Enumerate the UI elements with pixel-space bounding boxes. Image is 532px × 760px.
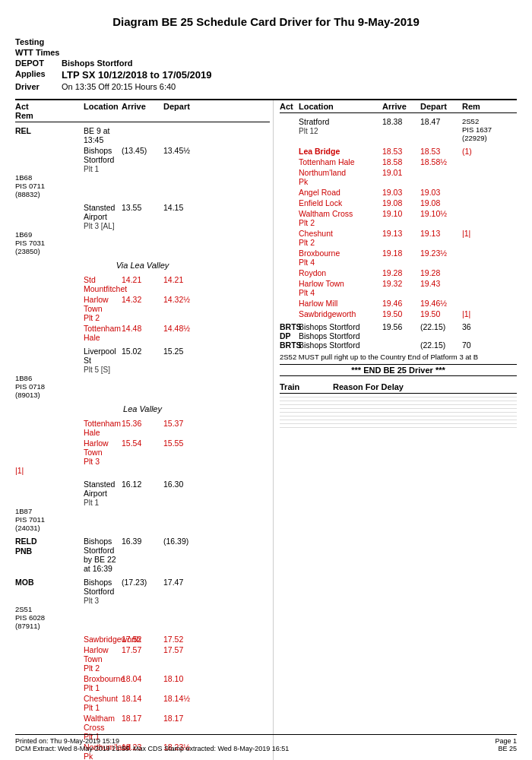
lea-valley-2-stops: Tottenham Hale 15.36 15.37 Harlow TownPl…: [15, 418, 270, 476]
footer-page: Page 1: [495, 737, 517, 745]
end-note: *** END BE 25 Driver ***: [280, 364, 517, 376]
left-header-rem: Rem: [15, 111, 84, 120]
location-cell: Enfield Lock: [299, 198, 382, 207]
arrive-cell: 18.14: [122, 694, 163, 703]
arrive-cell: 19.28: [382, 268, 420, 277]
table-row: Tottenham Hale 18.58 18.58½: [280, 157, 517, 167]
arrive-cell: 19.50: [382, 309, 420, 318]
table-row: Bishops StortfordPlt 1 (13.45) 13.45½ 1B…: [15, 145, 270, 199]
depart-cell: 18.17: [163, 714, 217, 723]
table-row: Harlow TownPlt 3 15.54 15.55 |1|: [15, 438, 270, 476]
location-cell: BroxbournePlt 4: [299, 249, 382, 267]
rem-cell: 2S52PIS 1637(22929): [462, 117, 500, 142]
mob-section: MOB Bishops StortfordPlt 3 (17.23) 17.47…: [15, 577, 270, 631]
arrive-cell: 18.38: [382, 117, 420, 126]
via-lea-valley: Via Lea Valley: [15, 259, 270, 271]
location-cell: Sawbridgeworth: [84, 635, 122, 644]
arrive-cell: 14.32: [122, 295, 163, 304]
arrive-cell: 19.13: [382, 229, 420, 238]
depart-cell: 19.28: [420, 268, 462, 277]
table-row: Tottenham Hale 15.36 15.37: [15, 418, 270, 438]
act-mob: MOB: [15, 578, 84, 587]
arrive-cell: 15.54: [122, 439, 163, 448]
depart-cell: 16.30: [163, 480, 217, 489]
depart-cell: 19.23½: [420, 249, 462, 258]
depart-cell: 19.08: [420, 198, 462, 207]
table-row: RELD PNB Bishops Stortford by BE 22 at 1…: [15, 536, 270, 574]
location-cell: Bishops Stortford: [299, 331, 382, 340]
depart-cell: (22.15): [420, 340, 462, 350]
act-brts2: BRTS: [280, 340, 299, 350]
act-brts1: BRTS: [280, 322, 299, 331]
right-header-arrive: Arrive: [382, 102, 420, 111]
table-row: BRTS Bishops Stortford 19.56 (22.15) 36: [280, 322, 517, 331]
depart-cell: 19.46½: [420, 299, 462, 308]
rem-cell: 36: [462, 322, 500, 331]
lea-valley-stops: Std Mountfitchet 14.21 14.21 Harlow Town…: [15, 274, 270, 343]
table-row: Harlow TownPlt 2 14.32 14.32½: [15, 294, 270, 323]
table-row: Lea Bridge 18.53 18.53 (1): [280, 146, 517, 157]
brts-section: BRTS Bishops Stortford 19.56 (22.15) 36 …: [280, 322, 517, 350]
applies-label: Applies: [15, 69, 57, 81]
reld-section: RELD PNB Bishops Stortford by BE 22 at 1…: [15, 536, 270, 574]
arrive-cell: 14.48: [122, 324, 163, 333]
applies-value: LTP SX 10/12/2018 to 17/05/2019: [62, 69, 212, 81]
location-cell: Harlow TownPlt 3: [84, 439, 122, 466]
location-cell: Roydon: [299, 268, 382, 277]
arrive-cell: (13.45): [122, 146, 163, 155]
depart-cell: 17.57: [163, 645, 217, 654]
footer: Printed on: Thu 9-May-2019 15:19 DCM Ext…: [15, 734, 517, 752]
footer-print-line: Printed on: Thu 9-May-2019 15:19: [15, 737, 289, 745]
arrive-cell: 17.52: [122, 635, 163, 644]
arrive-cell: 14.21: [122, 275, 163, 284]
table-row: Sawbridgeworth 19.50 19.50 |1|: [280, 309, 517, 319]
table-row: Angel Road 19.03 19.03: [280, 187, 517, 198]
arrive-cell: 15.02: [122, 347, 163, 356]
act-pnb: PNB: [15, 546, 84, 556]
table-row: Roydon 19.28 19.28: [280, 268, 517, 278]
depart-cell: 14.15: [163, 203, 217, 212]
depart-cell: 19.43: [420, 279, 462, 288]
arrive-cell: 19.46: [382, 299, 420, 308]
table-row: CheshuntPlt 2 19.13 19.13 |1|: [280, 228, 517, 248]
location-cell: Tottenham Hale: [84, 419, 122, 437]
table-row: CheshuntPlt 1 18.14 18.14½: [15, 693, 270, 713]
table-row: Std Mountfitchet 14.21 14.21: [15, 274, 270, 294]
location-cell: CheshuntPlt 1: [84, 694, 122, 712]
arrive-cell: 19.56: [382, 322, 420, 331]
location-cell: Bishops Stortford: [299, 340, 382, 350]
rem-cell: |1|: [15, 466, 84, 475]
location-cell: Bishops Stortford: [299, 322, 382, 331]
table-row: Sawbridgeworth 17.52 17.52: [15, 634, 270, 644]
depart-cell: 18.47: [420, 117, 462, 126]
footer-diagram: BE 25: [495, 745, 517, 752]
left-column: Act Location Arrive Depart Rem REL BE 9 …: [15, 100, 274, 760]
arrive-cell: 19.10: [382, 209, 420, 218]
table-row: Tottenham Hale 14.48 14.48½: [15, 323, 270, 343]
table-row: Stansted AirportPlt 1 16.12 16.30 1B87PI…: [15, 479, 270, 533]
depot-value: Bishops Stortford: [62, 59, 133, 68]
right-header-location: Location: [299, 102, 382, 111]
table-row: Harlow Mill 19.46 19.46½: [280, 298, 517, 309]
table-row: BroxbournePlt 4 19.18 19.23½: [280, 248, 517, 268]
depart-cell: 14.32½: [163, 295, 217, 304]
act-rel: REL: [15, 126, 84, 135]
via-lea-valley-2: Lea Valley: [15, 403, 270, 415]
location-cell: Sawbridgeworth: [299, 309, 382, 318]
right-header-rem: Rem: [462, 102, 500, 111]
arrive-cell: 16.12: [122, 480, 163, 489]
depart-cell: 19.50: [420, 309, 462, 318]
act-reld: RELD: [15, 537, 84, 546]
page-title: Diagram BE 25 Schedule Card Driver for T…: [15, 15, 517, 28]
depart-cell: 17.52: [163, 635, 217, 644]
arrive-cell: 18.17: [122, 714, 163, 723]
arrive-cell: 19.08: [382, 198, 420, 207]
depart-cell: 19.03: [420, 188, 462, 197]
driver-value: On 13:35 Off 20:15 Hours 6:40: [62, 82, 176, 91]
arrive-cell: 15.36: [122, 419, 163, 428]
location-cell: Stansted AirportPlt 3 [AL]: [84, 203, 122, 230]
depart-cell: (16.39): [163, 537, 217, 546]
depart-cell: 18.53: [420, 147, 462, 156]
stansted-2-section: Stansted AirportPlt 1 16.12 16.30 1B87PI…: [15, 479, 270, 533]
depart-cell: 14.21: [163, 275, 217, 284]
